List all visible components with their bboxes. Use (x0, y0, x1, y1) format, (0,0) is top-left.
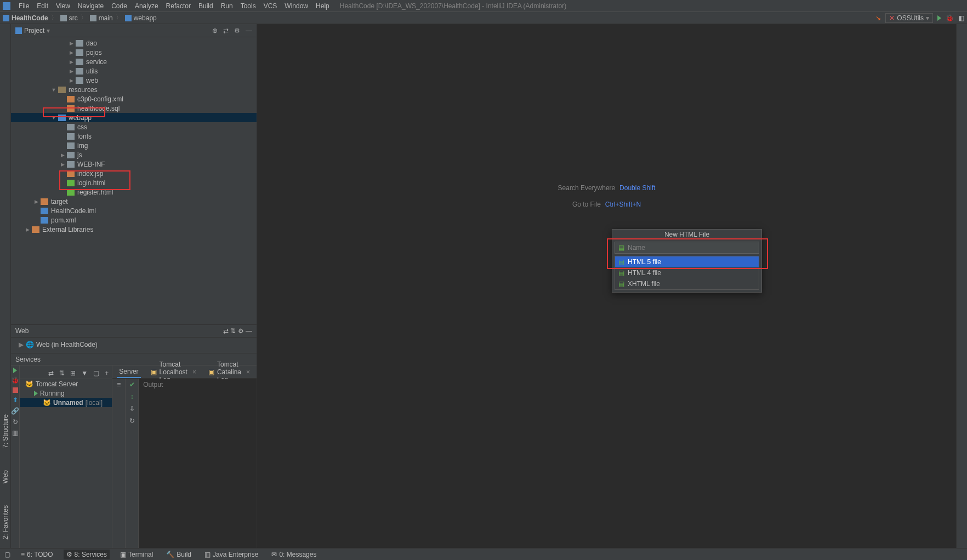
menu-run[interactable]: Run (217, 2, 237, 10)
refresh-icon[interactable]: ↻ (13, 418, 18, 426)
layout-icon[interactable]: ▢ (93, 369, 99, 377)
menu-tools[interactable]: Tools (237, 2, 260, 10)
breadcrumb-main[interactable]: main (90, 14, 113, 22)
statusbar-corner-icon[interactable]: ▢ (4, 551, 10, 558)
status-services[interactable]: ⚙8: Services (64, 550, 110, 559)
services-tree-item[interactable]: 🐱 Unnamed [local] (20, 398, 112, 407)
filter-icon[interactable]: ▥ (12, 429, 18, 437)
rail-structure-tab[interactable]: 7: Structure (1, 412, 10, 451)
tree-row[interactable]: web (11, 76, 257, 85)
tree-row[interactable]: External Libraries (11, 225, 257, 234)
menu-analyze[interactable]: Analyze (131, 2, 162, 10)
popup-option-html5[interactable]: ▤HTML 5 file (615, 256, 759, 267)
tree-row[interactable]: healthcode.sql (11, 104, 257, 113)
deploy-icon[interactable]: ⬆ (13, 396, 18, 404)
output-console[interactable]: Output (139, 379, 257, 548)
tree-row[interactable]: service (11, 57, 257, 66)
refresh-icon[interactable]: ↻ (129, 417, 135, 425)
project-tree[interactable]: daopojosserviceutilswebresourcesc3p0-con… (11, 37, 257, 324)
collapse-all-icon[interactable]: ⇅ (59, 369, 65, 377)
tree-row[interactable]: index.jsp (11, 169, 257, 178)
locate-icon[interactable]: ⊕ (212, 27, 218, 35)
menu-code[interactable]: Code (107, 2, 131, 10)
tree-row[interactable]: login.html (11, 178, 257, 187)
project-header-label[interactable]: Project (24, 27, 44, 35)
close-icon[interactable]: × (246, 368, 250, 376)
popup-option-html4[interactable]: ▤HTML 4 file (615, 267, 759, 278)
tree-row[interactable]: pom.xml (11, 215, 257, 225)
filter-icon[interactable]: ▼ (81, 369, 88, 377)
status-messages[interactable]: ✉0: Messages (269, 550, 319, 559)
status-build[interactable]: 🔨Build (163, 550, 194, 559)
tree-row[interactable]: target (11, 197, 257, 206)
chevron-down-icon[interactable] (49, 87, 58, 93)
chevron-right-icon[interactable] (32, 199, 41, 204)
chevron-right-icon[interactable] (23, 227, 32, 232)
tree-row[interactable]: WEB-INF (11, 159, 257, 169)
add-icon[interactable]: + (105, 369, 109, 377)
breadcrumb-src[interactable]: src (60, 14, 78, 22)
tree-row[interactable]: resources (11, 85, 257, 94)
collapse-icon[interactable]: ⇅ (230, 327, 236, 335)
services-tree-root[interactable]: 🐱 Tomcat Server (20, 379, 112, 388)
debug-icon[interactable]: 🐞 (11, 376, 19, 384)
status-todo[interactable]: ≡6: TODO (18, 550, 56, 559)
popup-name-input[interactable] (628, 244, 755, 252)
menu-build[interactable]: Build (195, 2, 217, 10)
run-config-dropdown[interactable]: ✕ OSSUtils ▾ (885, 13, 933, 23)
chevron-right-icon[interactable] (67, 78, 76, 83)
chevron-right-icon[interactable] (67, 68, 76, 74)
settings-icon[interactable]: ≡ (117, 381, 121, 388)
menu-refactor[interactable]: Refactor (162, 2, 195, 10)
tree-row[interactable]: webapp (11, 113, 257, 122)
expand-icon[interactable]: ⇄ (223, 27, 229, 35)
run-icon[interactable] (937, 15, 941, 21)
tree-row[interactable]: js (11, 150, 257, 159)
chevron-right-icon[interactable] (67, 41, 76, 46)
tree-row[interactable]: pojos (11, 48, 257, 57)
chevron-down-icon[interactable]: ▾ (47, 27, 50, 35)
status-terminal[interactable]: ▣Terminal (117, 550, 156, 559)
tree-row[interactable]: fonts (11, 132, 257, 141)
chevron-right-icon[interactable] (58, 152, 67, 158)
tree-row[interactable]: register.html (11, 187, 257, 197)
menu-file[interactable]: File (15, 2, 33, 10)
group-icon[interactable]: ⊞ (70, 369, 76, 377)
link-icon[interactable]: 🔗 (11, 407, 19, 415)
up-icon[interactable]: ↕ (130, 393, 134, 401)
expand-icon[interactable]: ⇄ (223, 327, 229, 335)
gear-icon[interactable]: ⚙ (234, 27, 240, 35)
tree-row[interactable]: img (11, 141, 257, 150)
close-icon[interactable]: × (192, 368, 196, 376)
chevron-right-icon[interactable] (67, 50, 76, 55)
debug-icon[interactable]: 🐞 (946, 14, 954, 22)
popup-option-xhtml[interactable]: ▤XHTML file (615, 278, 759, 289)
down-icon[interactable]: ⇩ (129, 405, 135, 413)
breadcrumb-webapp[interactable]: webapp (125, 14, 157, 22)
rail-web-tab[interactable]: Web (1, 467, 10, 486)
status-java-enterprise[interactable]: ▥Java Enterprise (202, 550, 261, 559)
menu-help[interactable]: Help (312, 2, 333, 10)
tree-row[interactable]: c3p0-config.xml (11, 94, 257, 104)
compass-icon[interactable]: ↘ (875, 14, 881, 22)
tree-row[interactable]: dao (11, 38, 257, 48)
services-tree-running[interactable]: Running (20, 388, 112, 398)
chevron-down-icon[interactable] (49, 115, 58, 121)
minimize-icon[interactable]: — (246, 327, 252, 335)
checkmark-icon[interactable]: ✔ (129, 381, 135, 388)
breadcrumb-root[interactable]: HealthCode (3, 14, 48, 22)
tab-server[interactable]: Server (117, 366, 140, 378)
menu-edit[interactable]: Edit (33, 2, 52, 10)
run-icon[interactable] (13, 368, 17, 373)
web-panel-item[interactable]: ▶ 🌐 Web (in HealthCode) (15, 340, 252, 350)
collapse-icon[interactable]: — (246, 27, 252, 35)
menu-view[interactable]: View (52, 2, 74, 10)
stop-icon[interactable]: ◧ (958, 14, 964, 22)
tree-row[interactable]: utils (11, 66, 257, 76)
popup-name-field[interactable]: ▤ (615, 242, 759, 254)
chevron-right-icon[interactable] (67, 59, 76, 65)
gear-icon[interactable]: ⚙ (238, 327, 244, 335)
menu-navigate[interactable]: Navigate (74, 2, 107, 10)
tree-row[interactable]: css (11, 122, 257, 132)
stop-icon[interactable] (13, 387, 18, 393)
